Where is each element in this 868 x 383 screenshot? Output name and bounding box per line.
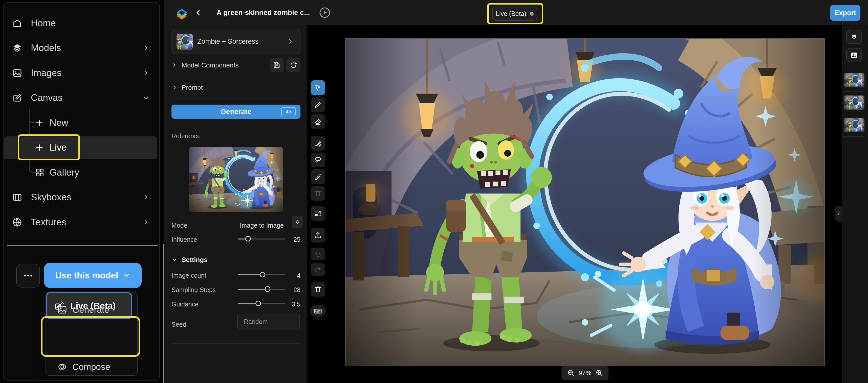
pencil-icon (314, 101, 322, 109)
prompt-section[interactable]: Prompt (172, 80, 301, 95)
section-label: Prompt (182, 83, 203, 92)
sidebar: Home Models Images Canvas New Live Galle… (0, 0, 164, 383)
generate-label: Generate (221, 108, 251, 116)
menu-item-compose[interactable]: Compose (46, 358, 138, 375)
layers-icon (850, 33, 858, 41)
chevron-left-icon (836, 211, 841, 216)
seed-input[interactable] (237, 314, 300, 329)
sampling-steps-slider[interactable] (238, 289, 285, 290)
zoom-out-icon[interactable] (567, 369, 575, 377)
influence-row: Influence 25 (164, 235, 307, 245)
collapse-panel-handle[interactable] (835, 206, 842, 222)
image-count-slider[interactable] (238, 274, 285, 275)
sampling-steps-value: 28 (293, 286, 301, 293)
undo-icon (314, 250, 322, 258)
use-this-model-label: Use this model (55, 270, 118, 280)
lasso-tool-button[interactable] (311, 152, 325, 167)
canvas-image[interactable] (345, 38, 825, 366)
section-label: Model Components (182, 61, 239, 69)
topbar: A green-skinned zombie c... Live (Beta) … (164, 0, 868, 25)
select-tool-button[interactable] (311, 80, 325, 95)
sidebar-item-label: Textures (31, 217, 66, 228)
keyboard-shortcuts-button[interactable] (310, 305, 326, 317)
generate-button[interactable]: Generate 43 (172, 105, 301, 119)
chevron-down-icon (123, 272, 130, 279)
globe-icon (12, 217, 22, 228)
divider (172, 99, 301, 99)
export-button[interactable]: Export (830, 5, 860, 21)
guidance-row: Guidance 3.5 (164, 300, 307, 310)
model-components-section[interactable]: Model Components (172, 58, 301, 72)
influence-slider[interactable] (238, 239, 285, 240)
reference-label: Reference (172, 132, 200, 140)
undo-button[interactable] (311, 248, 325, 260)
image-count-value: 4 (297, 272, 301, 279)
sidebar-item-canvas-live[interactable] (4, 136, 157, 159)
more-options-button[interactable] (16, 264, 40, 287)
plus-icon (35, 118, 44, 127)
reference-thumbnail[interactable] (189, 147, 283, 212)
sidebar-item-textures[interactable]: Textures (0, 210, 164, 235)
seed-label: Seed (172, 321, 186, 328)
eraser-tool-button[interactable] (311, 114, 325, 129)
app-logo[interactable] (176, 6, 188, 20)
use-model-dropdown: Generate Live (Beta) Compose (45, 291, 137, 376)
cursor-icon (314, 83, 322, 92)
save-components-button[interactable] (270, 58, 284, 72)
layers-panel-button[interactable] (846, 30, 862, 44)
generation-thumbnail[interactable] (844, 118, 864, 132)
save-icon (273, 61, 280, 69)
zoom-in-icon[interactable] (595, 369, 603, 377)
canvas-area[interactable]: 97% (307, 25, 842, 383)
sidebar-item-label: Gallery (50, 167, 79, 178)
canvas-edit-icon (12, 93, 22, 103)
sidebar-item-canvas-new[interactable]: New (0, 111, 164, 135)
back-icon[interactable] (194, 8, 203, 17)
sidebar-item-models[interactable]: Models (0, 36, 164, 60)
divider (172, 128, 301, 128)
sidebar-item-canvas[interactable]: Canvas (0, 85, 164, 110)
sidebar-item-images[interactable]: Images (0, 61, 164, 85)
live-beta-badge-label: Live (Beta) (496, 10, 526, 18)
sampling-steps-row: Sampling Steps 28 (164, 285, 307, 295)
generation-thumbnail[interactable] (844, 73, 864, 88)
menu-item-label: Generate (72, 305, 109, 315)
chevron-right-icon (142, 44, 150, 52)
mode-value: Image to Image (240, 222, 284, 229)
brush-tool-button[interactable] (311, 136, 325, 150)
expand-selection-tool-button[interactable] (311, 206, 325, 221)
refresh-components-button[interactable] (286, 58, 301, 72)
sidebar-item-canvas-gallery[interactable]: Gallery (0, 161, 164, 185)
layers-icon (12, 43, 22, 53)
rail-separator (842, 136, 863, 137)
model-card[interactable]: Zombie + Sorceress (172, 29, 301, 54)
sidebar-item-skyboxes[interactable]: Skyboxes (0, 185, 164, 209)
sampling-steps-label: Sampling Steps (172, 286, 216, 293)
settings-section[interactable]: Settings (172, 253, 301, 267)
pencil-tool-button[interactable] (311, 98, 325, 112)
influence-label: Influence (172, 236, 197, 243)
magic-pen-icon (314, 173, 322, 181)
upload-tool-button[interactable] (311, 228, 325, 243)
sidebar-item-label: Models (31, 43, 61, 53)
settings-label: Settings (182, 256, 208, 264)
seed-row: Seed (164, 319, 307, 335)
redo-button[interactable] (311, 263, 325, 276)
home-icon (12, 18, 22, 28)
play-icon[interactable] (319, 7, 331, 19)
guidance-slider[interactable] (238, 303, 285, 304)
magic-pen-tool-button[interactable] (311, 169, 325, 184)
brush-icon (314, 139, 322, 147)
guidance-label: Guidance (172, 301, 198, 308)
use-this-model-button[interactable]: Use this model (44, 263, 142, 288)
images-panel-button[interactable] (846, 48, 862, 62)
credits-badge: 43 (281, 107, 296, 116)
delete-tool-button[interactable] (311, 186, 325, 201)
influence-value: 25 (293, 236, 301, 243)
mode-select[interactable] (292, 216, 303, 228)
generation-thumbnail[interactable] (844, 96, 864, 110)
chevron-down-icon (142, 94, 150, 102)
sidebar-item-home[interactable]: Home (0, 11, 164, 35)
eraser-icon (314, 117, 322, 126)
clear-canvas-button[interactable] (311, 282, 325, 297)
